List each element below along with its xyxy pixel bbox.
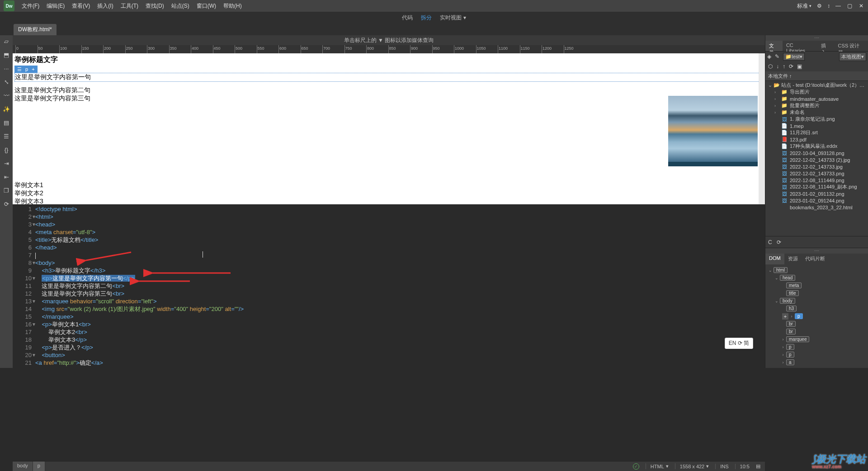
tab-files[interactable]: 文件: [765, 41, 783, 51]
dom-node[interactable]: h3: [765, 305, 868, 312]
status-ok-icon[interactable]: ✓: [633, 463, 639, 470]
get-icon[interactable]: ↓: [776, 63, 779, 70]
tool-outdent-icon[interactable]: ⇤: [2, 173, 10, 181]
menu-7[interactable]: 窗口(W): [193, 0, 220, 12]
settings-icon[interactable]: ⚙: [814, 0, 825, 12]
file-tree-item[interactable]: 🖼2022-12-02_143733.png: [765, 170, 868, 177]
panel-drag-handle[interactable]: ····: [765, 35, 868, 41]
dom-node[interactable]: +›p: [765, 312, 868, 320]
dom-node[interactable]: title: [765, 289, 868, 297]
panel-drag-handle[interactable]: ····: [765, 248, 868, 254]
file-tree-item[interactable]: ›📁未命名: [765, 109, 868, 116]
dom-node[interactable]: ›marquee: [765, 335, 868, 343]
dom-node[interactable]: meta: [765, 282, 868, 289]
tool-expand-icon[interactable]: ⤡: [2, 78, 10, 86]
file-tree-item[interactable]: bookmarks_2023_3_22.html: [765, 204, 868, 211]
file-tree-item[interactable]: 🖼1. 康奈尔笔记法.png: [765, 116, 868, 122]
file-tree-item[interactable]: 📄11月28日.srt: [765, 129, 868, 136]
tool-braces-icon[interactable]: {}: [2, 146, 10, 154]
ruler[interactable]: 0501001502002503003504004505005506006507…: [13, 45, 765, 53]
local-files-header[interactable]: 本地文件 ↑: [765, 71, 868, 80]
file-tree-item[interactable]: ›📁mindmaster_autosave: [765, 95, 868, 102]
file-tree-item[interactable]: 📕123.pdf: [765, 136, 868, 143]
design-view[interactable]: 举例标题文字 ☰ p + 这里是举例文字内容第一句 这里是举例文字内容第二句 这…: [13, 53, 765, 204]
refresh-icon[interactable]: ⟳: [777, 239, 781, 245]
file-tree-item[interactable]: 🖼2022-12-02_143733.jpg: [765, 163, 868, 170]
maximize-button[interactable]: ▢: [844, 0, 856, 12]
tool-brush-icon[interactable]: 〰: [2, 91, 10, 99]
minimize-button[interactable]: —: [833, 0, 844, 12]
viewport-dimensions[interactable]: 1558 x 422 ▾: [675, 463, 709, 469]
tab-cc-libraries[interactable]: CC Libraries: [783, 41, 817, 51]
document-tab[interactable]: DW教程.html*: [14, 24, 57, 35]
tool-wand-icon[interactable]: ✨: [2, 105, 10, 113]
plus-icon[interactable]: +: [31, 66, 35, 72]
code-view[interactable]: 1▼2▼34567▼89▼101112▼131415▼16171819▼2021…: [13, 204, 765, 368]
layout-preset[interactable]: 标准▾: [794, 0, 814, 12]
pointer-icon[interactable]: ◈: [767, 53, 771, 60]
file-tree-item[interactable]: 🖼2022-12-08_111449.png: [765, 177, 868, 184]
tab-assets[interactable]: 资源: [784, 254, 802, 264]
menu-8[interactable]: 帮助(H): [220, 0, 245, 12]
file-tree-item[interactable]: ›📁导出图片: [765, 89, 868, 95]
dom-node[interactable]: ⌄body: [765, 297, 868, 305]
dom-node[interactable]: ›p: [765, 351, 868, 358]
dom-add-icon[interactable]: +: [782, 313, 788, 320]
menu-5[interactable]: 查找(D): [142, 0, 168, 12]
element-selector-badge[interactable]: ☰ p +: [14, 66, 38, 73]
tool-cloud-icon[interactable]: ❐: [2, 186, 10, 194]
tool-split-icon[interactable]: ⬒: [2, 51, 10, 59]
put-icon[interactable]: ↑: [783, 63, 785, 70]
file-tree-item[interactable]: 🖼2023-01-02_091244.png: [765, 197, 868, 204]
file-tree-item[interactable]: 📄1.mep: [765, 122, 868, 129]
dom-node[interactable]: ⌄head: [765, 274, 868, 282]
file-tree[interactable]: ›📁导出图片›📁mindmaster_autosave›📁批量调整图片›📁未命名…: [765, 89, 868, 236]
view-mode-selector[interactable]: 本地视图 ▾: [839, 52, 866, 61]
site-selector[interactable]: 📁 test ▾: [783, 53, 805, 61]
file-tree-item[interactable]: 🖼2022-12-02_143733 (2).jpg: [765, 156, 868, 163]
ime-indicator[interactable]: EN ⟳ 简: [725, 338, 753, 349]
menu-2[interactable]: 查看(V): [68, 0, 94, 12]
close-button[interactable]: ✕: [856, 0, 868, 12]
view-code[interactable]: 代码: [402, 14, 413, 22]
ftp-connect-icon[interactable]: ⬡: [768, 63, 773, 70]
tab-snippets[interactable]: 代码片断: [802, 254, 829, 264]
site-root-row[interactable]: ⌄ 📂 站点 - test (D:\tools\桌面\work（2）\work …: [765, 80, 868, 89]
dom-node[interactable]: br: [765, 320, 868, 328]
menu-4[interactable]: 工具(T): [117, 0, 142, 12]
link-icon[interactable]: C: [768, 239, 772, 245]
tab-insert[interactable]: 插入: [817, 41, 835, 51]
dom-node[interactable]: br: [765, 328, 868, 335]
view-live[interactable]: 实时视图 ▾: [440, 14, 466, 22]
expand-icon[interactable]: ▣: [797, 63, 802, 70]
tool-indent-icon[interactable]: ⇥: [2, 159, 10, 167]
file-tree-item[interactable]: 🖼2022-12-08_111449_副本.png: [765, 184, 868, 190]
tool-refresh-icon[interactable]: ⟳: [2, 200, 10, 208]
sync-icon[interactable]: ⟳: [789, 63, 793, 70]
file-tree-item[interactable]: 📄17种头脑风暴法.eddx: [765, 143, 868, 150]
tool-panel-icon[interactable]: ▤: [2, 118, 10, 127]
language-selector[interactable]: HTML ▾: [646, 463, 669, 469]
tool-ruler-icon[interactable]: ···: [2, 64, 10, 72]
menu-6[interactable]: 站点(S): [168, 0, 193, 12]
preview-p1[interactable]: 这里是举例文字内容第一句: [14, 73, 763, 82]
dom-tree[interactable]: ⌄html⌄headmetatitle⌄bodyh3+›pbrbr›marque…: [765, 264, 868, 368]
scrollbar[interactable]: [759, 53, 765, 204]
menu-1[interactable]: 编辑(E): [43, 0, 68, 12]
tool-list-icon[interactable]: ☰: [2, 132, 10, 140]
sync-icon[interactable]: ↕: [825, 0, 833, 12]
menu-0[interactable]: 文件(F): [18, 0, 43, 12]
dom-node[interactable]: ›p: [765, 343, 868, 351]
dom-node[interactable]: ⌄html: [765, 266, 868, 274]
file-tree-item[interactable]: 🖼2022-10-04_093128.png: [765, 150, 868, 156]
view-split[interactable]: 拆分: [421, 14, 432, 22]
overflow-icon[interactable]: ▤: [756, 463, 760, 469]
breadcrumb-p[interactable]: p: [33, 462, 45, 471]
define-site-icon[interactable]: ✎: [775, 53, 779, 60]
tab-dom[interactable]: DOM: [765, 254, 784, 264]
menu-3[interactable]: 插入(I): [94, 0, 117, 12]
file-tree-item[interactable]: 🖼2023-01-02_091132.png: [765, 190, 868, 197]
code-lines[interactable]: <!doctype html><html><head><meta charset…: [35, 204, 765, 368]
dom-node[interactable]: ›a: [765, 358, 868, 366]
file-tree-item[interactable]: ›📁批量调整图片: [765, 102, 868, 109]
